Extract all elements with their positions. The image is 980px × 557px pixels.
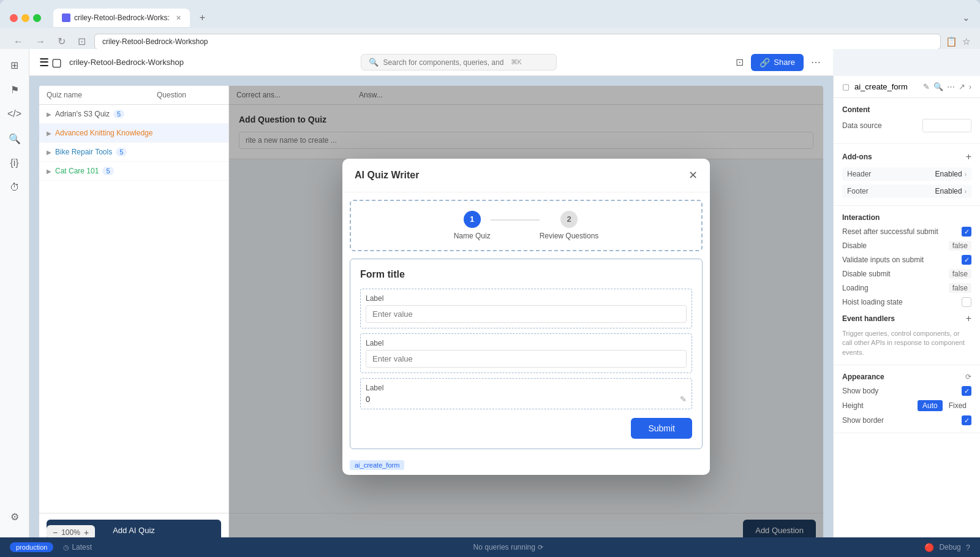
browser-tab[interactable]: criley-Retool-Bedrock-Works: ✕ xyxy=(53,9,190,27)
sidebar-icon-data[interactable]: {i} xyxy=(4,152,26,174)
col-quiz-name: Quiz name xyxy=(39,91,149,99)
field-3-edit-icon[interactable]: ✎ xyxy=(680,395,687,404)
help-button[interactable]: ? xyxy=(966,543,970,552)
ai-quiz-writer-modal: AI Quiz Writer ✕ 1 Name Quiz xyxy=(342,159,710,475)
modal-title: AI Quiz Writer xyxy=(355,170,420,181)
submit-button[interactable]: Submit xyxy=(631,418,692,439)
refresh-icon: ⟳ xyxy=(538,544,543,551)
event-handlers-label: Event handlers xyxy=(842,314,895,323)
quiz-row-3[interactable]: ▶ Bike Repair Tools 5 xyxy=(39,143,228,162)
minimize-traffic-light[interactable] xyxy=(21,14,29,22)
show-border-checkbox[interactable]: ✓ xyxy=(962,415,971,425)
search-shortcut: ⌘K xyxy=(511,58,522,66)
data-source-input[interactable] xyxy=(922,119,971,132)
sidebar-icon-search[interactable]: 🔍 xyxy=(4,127,26,150)
env-badge[interactable]: production xyxy=(10,542,53,552)
height-auto-option[interactable]: Auto xyxy=(918,400,943,411)
sidebar-icon-code[interactable]: </> xyxy=(4,103,26,125)
sidebar-icon-components[interactable]: ⚑ xyxy=(4,78,26,100)
show-body-checkbox[interactable]: ✓ xyxy=(962,386,971,396)
app-title: criley-Retool-Bedrock-Workshop xyxy=(69,58,184,67)
hoist-checkbox[interactable] xyxy=(962,297,971,307)
step-1-circle: 1 xyxy=(464,211,481,228)
event-handlers-add-button[interactable]: + xyxy=(966,313,971,324)
footer-addon-arrow: › xyxy=(965,188,967,195)
modal-close-button[interactable]: ✕ xyxy=(688,169,698,182)
validate-checkbox[interactable]: ✓ xyxy=(962,255,971,265)
cast-button[interactable]: ⊡ xyxy=(74,33,89,50)
reset-label: Reset after successful submit xyxy=(842,227,962,236)
back-button[interactable]: ← xyxy=(10,34,27,50)
disable-value: false xyxy=(949,241,971,251)
quiz-row-4[interactable]: ▶ Cat Care 101 5 xyxy=(39,162,228,181)
quiz-badge-4: 5 xyxy=(102,167,113,175)
panel-component-name: ai_create_form xyxy=(854,82,918,91)
zoom-level: 100% xyxy=(61,528,80,537)
latest-icon: ◷ xyxy=(63,544,69,551)
debug-icon: 🔴 xyxy=(924,543,934,552)
panel-link-button[interactable]: ↗ xyxy=(959,82,965,91)
quiz-badge-1: 5 xyxy=(113,110,124,118)
share-icon-btn[interactable]: ⊡ xyxy=(733,54,746,70)
bookmark-icon[interactable]: ☆ xyxy=(962,36,970,47)
status-bar: production ◷ Latest No queries running ⟳… xyxy=(0,537,980,557)
row-arrow-2: ▶ xyxy=(47,130,51,137)
app-logo: ☰ ▢ xyxy=(39,56,62,69)
new-tab-button[interactable]: + xyxy=(195,7,210,28)
height-fixed-option[interactable]: Fixed xyxy=(944,400,971,411)
clipboard-icon[interactable]: 📋 xyxy=(946,36,957,47)
header-addon-arrow: › xyxy=(965,171,967,178)
sidebar-icon-layers[interactable]: ⊞ xyxy=(4,54,26,76)
loading-value: false xyxy=(949,283,971,293)
quiz-row-2[interactable]: ▶ Advanced Knitting Knowledge xyxy=(39,124,228,143)
panel-component-icon: ▢ xyxy=(842,82,850,91)
interaction-section-title: Interaction xyxy=(842,213,971,222)
appearance-refresh-button[interactable]: ⟳ xyxy=(965,373,971,381)
search-input[interactable] xyxy=(383,58,506,67)
step-1-label: Name Quiz xyxy=(454,232,491,240)
quiz-row-1[interactable]: ▶ Adrian's S3 Quiz 5 xyxy=(39,105,228,124)
row-arrow-1: ▶ xyxy=(47,111,51,118)
debug-button[interactable]: Debug xyxy=(939,543,960,551)
step-2-label: Review Questions xyxy=(540,232,599,240)
panel-more-button[interactable]: ⋯ xyxy=(947,82,955,91)
form-tag: ai_create_form xyxy=(350,460,404,470)
forward-button[interactable]: → xyxy=(32,34,49,50)
panel-search-button[interactable]: 🔍 xyxy=(933,82,943,91)
field-2-label: Label xyxy=(366,339,687,347)
share-button[interactable]: 🔗 Share xyxy=(751,54,804,71)
field-1-input[interactable] xyxy=(366,305,687,323)
address-bar[interactable] xyxy=(94,34,941,50)
tab-close-button[interactable]: ✕ xyxy=(176,14,181,22)
maximize-traffic-light[interactable] xyxy=(33,14,41,22)
zoom-in-button[interactable]: + xyxy=(84,528,89,537)
modal-overlay: AI Quiz Writer ✕ 1 Name Quiz xyxy=(229,86,823,547)
row-arrow-4: ▶ xyxy=(47,168,51,175)
appearance-section-title: Appearance xyxy=(842,373,884,381)
more-options-button[interactable]: ⋯ xyxy=(809,54,823,70)
zoom-out-button[interactable]: − xyxy=(53,528,58,537)
field-2-input[interactable] xyxy=(366,350,687,368)
sidebar-icon-history[interactable]: ⏱ xyxy=(4,176,26,199)
panel-expand-button[interactable]: › xyxy=(969,82,971,91)
disable-submit-label: Disable submit xyxy=(842,270,891,278)
footer-addon-value: Enabled xyxy=(935,187,962,195)
addons-add-button[interactable]: + xyxy=(966,151,971,162)
field-1-label: Label xyxy=(366,294,687,303)
tab-title: criley-Retool-Bedrock-Works: xyxy=(74,13,170,22)
reload-button[interactable]: ↻ xyxy=(54,33,69,50)
row-arrow-3: ▶ xyxy=(47,149,51,156)
quiz-name-3: Bike Repair Tools xyxy=(55,148,112,156)
queries-status: No queries running ⟳ xyxy=(473,543,543,551)
reset-checkbox[interactable]: ✓ xyxy=(962,227,971,237)
search-icon: 🔍 xyxy=(369,58,379,67)
tab-favicon xyxy=(62,13,70,22)
hoist-label: Hoist loading state xyxy=(842,298,903,306)
browser-menu-button[interactable]: ⌄ xyxy=(962,12,970,23)
panel-edit-button[interactable]: ✎ xyxy=(923,82,930,91)
close-traffic-light[interactable] xyxy=(10,14,18,22)
field-3-value: 0 xyxy=(366,395,680,404)
sidebar-icon-settings[interactable]: ⚙ xyxy=(4,506,26,528)
latest-label[interactable]: Latest xyxy=(72,543,92,551)
step-connector xyxy=(491,219,540,221)
